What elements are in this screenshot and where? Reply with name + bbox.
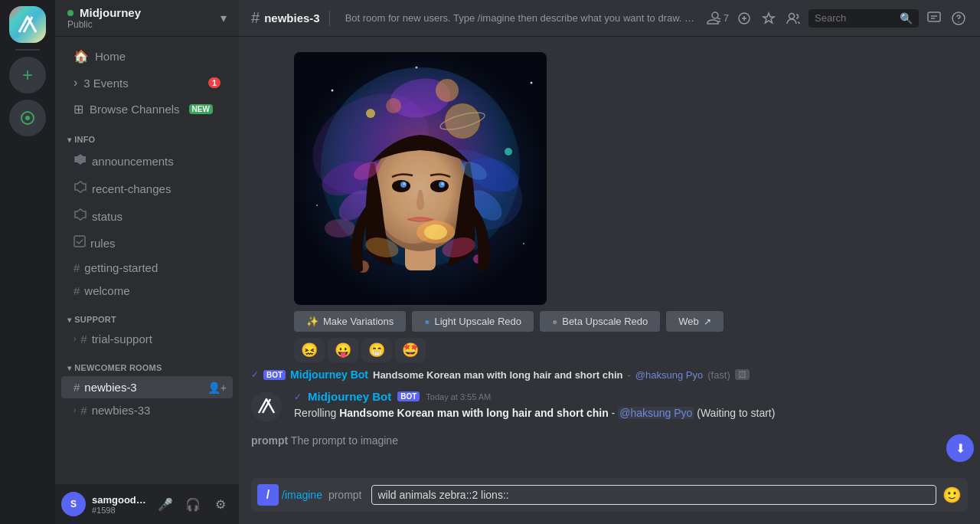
nav-events[interactable]: › 3 Events 1	[61, 70, 233, 96]
channel-status[interactable]: status	[61, 203, 233, 230]
beta-upscale-label: Beta Upscale Redo	[562, 316, 648, 327]
channel-trial-support[interactable]: › # trial-support	[61, 328, 233, 350]
messages-area[interactable]: ✨ Make Variations ● Light Upscale Redo ●…	[239, 37, 980, 478]
channel-newbies-3[interactable]: # newbies-3 👤+	[61, 376, 233, 398]
inline-mention: @haksung Pyo	[635, 369, 703, 381]
svg-point-43	[531, 82, 533, 84]
server-divider	[15, 49, 40, 51]
reaction-2-emoji: 😛	[335, 342, 351, 359]
user-info: samgoodw... #1598	[92, 494, 147, 515]
rules-icon	[74, 235, 86, 251]
topbar-threads-icon[interactable]	[925, 9, 943, 28]
newbies-3-add-member[interactable]: 👤+	[207, 382, 227, 394]
member-count[interactable]: 7	[705, 11, 729, 26]
add-server-button[interactable]: +	[9, 57, 46, 93]
info-arrow: ▾	[67, 136, 71, 144]
reaction-1[interactable]: 😖	[294, 338, 325, 362]
topbar-boost-icon[interactable]	[760, 9, 778, 28]
verified-icon-2: ✓	[294, 391, 302, 402]
slash-icon: /	[257, 484, 279, 506]
channel-sidebar: Midjourney Public ▾ 🏠 Home › 3 Events 1 …	[55, 0, 239, 524]
topbar-webhooks-icon[interactable]	[735, 9, 753, 28]
svg-point-42	[332, 90, 334, 92]
server-list: +	[0, 0, 55, 524]
input-right-icons: 🙂	[936, 486, 962, 504]
settings-button[interactable]: ⚙	[208, 492, 233, 516]
emoji-reactions: 😖 😛 😁 🤩	[294, 338, 968, 362]
message-text-2: Rerolling Handsome Korean man with long …	[294, 406, 968, 421]
category-newcomer[interactable]: ▾ NEWCOMER ROOMS	[55, 351, 239, 375]
server-icon-midjourney[interactable]	[9, 6, 46, 43]
svg-point-34	[403, 182, 406, 185]
prompt-label: prompt	[251, 434, 288, 447]
server-subtitle: Public	[67, 19, 141, 30]
newbies-33-expand: ›	[74, 406, 76, 414]
message-header-2: ✓ Midjourney Bot BOT Today at 3:55 AM	[294, 390, 968, 403]
beta-upscale-redo-button[interactable]: ● Beta Upscale Redo	[540, 311, 660, 332]
reaction-3[interactable]: 😁	[361, 338, 392, 362]
channel-name-trial-support: trial-support	[92, 332, 152, 346]
category-info[interactable]: ▾ INFO	[55, 123, 239, 147]
make-variations-button[interactable]: ✨ Make Variations	[294, 311, 406, 332]
nav-home[interactable]: 🏠 Home	[61, 43, 233, 70]
reaction-4[interactable]: 🤩	[395, 338, 426, 362]
scroll-to-bottom-button[interactable]: ⬇	[946, 434, 974, 462]
bot-badge-2: BOT	[397, 391, 420, 401]
svg-rect-2	[74, 236, 85, 247]
svg-point-18	[436, 79, 459, 102]
channel-recent-changes[interactable]: recent-changes	[61, 175, 233, 202]
trial-support-icon: #	[80, 332, 87, 346]
channel-getting-started[interactable]: # getting-started	[61, 257, 233, 279]
channel-name-status: status	[92, 210, 122, 223]
light-upscale-redo-button[interactable]: ● Light Upscale Redo	[412, 311, 534, 332]
command-input[interactable]	[371, 485, 937, 505]
channel-name-newbies-3: newbies-3	[84, 381, 136, 394]
channel-announcements[interactable]: announcements	[61, 148, 233, 175]
message-time-2: Today at 3:55 AM	[426, 392, 491, 401]
main-content: # newbies-3 Bot room for new users. Type…	[239, 0, 980, 524]
deafen-button[interactable]: 🎧	[181, 492, 205, 516]
emoji-picker-button[interactable]: 🙂	[942, 486, 962, 504]
info-label: INFO	[74, 135, 95, 144]
topbar-description: Bot room for new users. Type /imagine th…	[345, 12, 699, 24]
message-image	[294, 52, 547, 305]
events-label: 3 Events	[83, 77, 128, 90]
home-label: Home	[95, 50, 126, 63]
input-prefix: / /imagine prompt	[257, 484, 371, 506]
web-button[interactable]: Web ↗	[666, 311, 724, 332]
reaction-2[interactable]: 😛	[328, 338, 358, 362]
channel-name-announcements: announcements	[92, 155, 174, 168]
nav-browse-channels[interactable]: ⊞ Browse Channels NEW	[61, 96, 233, 123]
server-name: Midjourney	[80, 6, 141, 19]
author-2[interactable]: Midjourney Bot	[308, 390, 391, 403]
support-label: SUPPORT	[74, 315, 116, 324]
message-group-2: ✓ Midjourney Bot BOT Today at 3:55 AM Re…	[239, 387, 980, 425]
channel-name-newbies-33: newbies-33	[92, 404, 151, 417]
search-input[interactable]	[815, 12, 895, 24]
search-bar[interactable]: 🔍	[808, 9, 919, 28]
message-input-box[interactable]: / /imagine prompt 🙂	[251, 478, 968, 512]
discovery-button[interactable]	[9, 100, 46, 136]
topbar: # newbies-3 Bot room for new users. Type…	[239, 0, 980, 37]
topbar-help-icon[interactable]	[949, 9, 968, 28]
param-text: prompt	[325, 489, 365, 501]
category-support[interactable]: ▾ SUPPORT	[55, 303, 239, 327]
svg-rect-5	[928, 12, 940, 21]
inline-image-icon: 🖼	[735, 369, 750, 380]
topbar-members-icon[interactable]	[784, 9, 802, 28]
browse-new-badge: NEW	[189, 104, 213, 114]
mute-button[interactable]: 🎤	[153, 492, 178, 516]
inline-dash: -	[627, 369, 630, 381]
browse-icon: ⊞	[74, 102, 83, 116]
channel-welcome[interactable]: # welcome	[61, 280, 233, 302]
make-variations-label: Make Variations	[323, 316, 394, 327]
channel-rules[interactable]: rules	[61, 231, 233, 256]
svg-point-7	[958, 21, 959, 22]
user-avatar: S	[61, 492, 86, 516]
inline-bot-badge: BOT	[263, 370, 286, 380]
reaction-4-emoji: 🤩	[402, 342, 419, 359]
channel-newbies-33[interactable]: › # newbies-33	[61, 399, 233, 421]
server-header[interactable]: Midjourney Public ▾	[55, 0, 239, 37]
search-icon: 🔍	[900, 12, 913, 25]
reaction-1-emoji: 😖	[301, 342, 318, 359]
